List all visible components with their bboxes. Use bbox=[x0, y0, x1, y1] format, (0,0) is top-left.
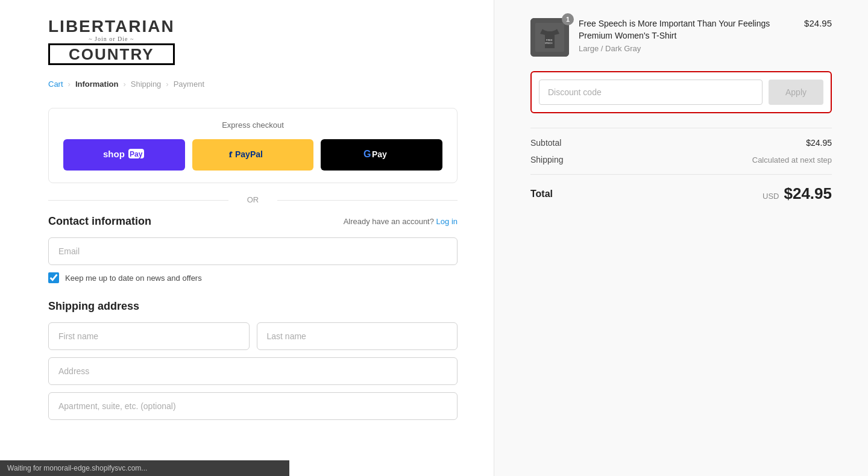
breadcrumb-sep3: › bbox=[166, 80, 168, 89]
totals-section: Subtotal $24.95 Shipping Calculated at n… bbox=[530, 128, 832, 203]
first-name-field[interactable] bbox=[48, 322, 250, 350]
svg-text:Pay: Pay bbox=[130, 150, 143, 158]
status-text: Waiting for monorail-edge.shopifysvc.com… bbox=[7, 464, 147, 472]
breadcrumb: Cart › Information › Shipping › Payment bbox=[48, 80, 458, 89]
contact-section: Contact information Already have an acco… bbox=[48, 215, 458, 283]
logo: LIBERTARIAN ~ Join or Die ~ COUNTRY bbox=[48, 18, 458, 65]
breadcrumb-shipping: Shipping bbox=[131, 80, 162, 89]
logo-line1: LIBERTARIAN bbox=[48, 18, 175, 35]
name-row bbox=[48, 322, 458, 357]
express-checkout-title: Express checkout bbox=[63, 121, 442, 130]
total-label: Total bbox=[530, 189, 553, 199]
total-value: $24.95 bbox=[784, 184, 832, 203]
gpay-button[interactable]: G Pay bbox=[321, 139, 442, 171]
product-price: $24.95 bbox=[804, 18, 832, 28]
or-divider: OR bbox=[48, 195, 458, 204]
last-name-field[interactable] bbox=[257, 322, 458, 350]
breadcrumb-sep1: › bbox=[68, 80, 71, 89]
paypal-icon: 𝐟 PayPal bbox=[229, 147, 277, 163]
discount-code-input[interactable] bbox=[539, 80, 763, 105]
subtotal-label: Subtotal bbox=[530, 138, 561, 148]
contact-title: Contact information bbox=[48, 215, 151, 228]
total-final-row: Total USD $24.95 bbox=[530, 174, 832, 203]
total-value-group: USD $24.95 bbox=[763, 184, 832, 203]
subtotal-row: Subtotal $24.95 bbox=[530, 138, 832, 148]
subtotal-value: $24.95 bbox=[806, 138, 832, 148]
shipping-section: Shipping address bbox=[48, 300, 458, 427]
svg-text:G: G bbox=[363, 149, 371, 159]
express-buttons-group: shop Pay 𝐟 PayPal bbox=[63, 139, 442, 171]
svg-rect-7 bbox=[530, 18, 569, 57]
svg-text:shop: shop bbox=[103, 149, 125, 159]
product-item: FREE SPEECH 1 Free Speech is More Import… bbox=[530, 18, 832, 57]
svg-text:𝐟: 𝐟 bbox=[229, 150, 233, 159]
shipping-title: Shipping address bbox=[48, 300, 458, 313]
product-name: Free Speech is More Important Than Your … bbox=[579, 18, 794, 42]
svg-text:Pay: Pay bbox=[372, 149, 387, 159]
shipping-row: Shipping Calculated at next step bbox=[530, 155, 832, 164]
email-field[interactable] bbox=[48, 237, 458, 265]
status-bar: Waiting for monorail-edge.shopifysvc.com… bbox=[0, 460, 289, 476]
shipping-note: Calculated at next step bbox=[752, 155, 832, 164]
newsletter-label: Keep me up to date on news and offers bbox=[65, 274, 202, 283]
svg-text:SPEECH: SPEECH bbox=[545, 42, 552, 45]
logo-line3: COUNTRY bbox=[48, 43, 175, 65]
paypal-button[interactable]: 𝐟 PayPal bbox=[192, 139, 314, 171]
newsletter-row: Keep me up to date on news and offers bbox=[48, 272, 458, 283]
logo-line2: ~ Join or Die ~ bbox=[48, 36, 175, 42]
gpay-icon: G Pay bbox=[363, 147, 400, 163]
breadcrumb-information: Information bbox=[75, 80, 119, 89]
product-thumbnail-wrapper: FREE SPEECH 1 bbox=[530, 18, 569, 57]
currency-label: USD bbox=[763, 192, 779, 201]
breadcrumb-payment: Payment bbox=[174, 80, 204, 89]
discount-area: Apply bbox=[530, 71, 832, 113]
newsletter-checkbox[interactable] bbox=[48, 272, 59, 283]
address-field[interactable] bbox=[48, 357, 458, 385]
shoppay-icon: shop Pay bbox=[103, 148, 145, 162]
svg-text:PayPal: PayPal bbox=[235, 149, 263, 159]
apt-field[interactable] bbox=[48, 392, 458, 420]
product-badge: 1 bbox=[562, 13, 574, 25]
shipping-label: Shipping bbox=[530, 155, 564, 164]
breadcrumb-cart[interactable]: Cart bbox=[48, 80, 63, 89]
product-variant: Large / Dark Gray bbox=[579, 44, 794, 53]
express-checkout-section: Express checkout shop Pay 𝐟 bbox=[48, 108, 458, 183]
shoppay-button[interactable]: shop Pay bbox=[63, 139, 185, 171]
svg-text:FREE: FREE bbox=[546, 39, 553, 42]
breadcrumb-sep2: › bbox=[123, 80, 125, 89]
already-account-text: Already have an account? Log in bbox=[344, 217, 458, 226]
apply-button[interactable]: Apply bbox=[769, 80, 823, 105]
product-thumbnail: FREE SPEECH bbox=[530, 18, 569, 57]
login-link[interactable]: Log in bbox=[436, 217, 458, 226]
product-info: Free Speech is More Important Than Your … bbox=[579, 18, 794, 53]
